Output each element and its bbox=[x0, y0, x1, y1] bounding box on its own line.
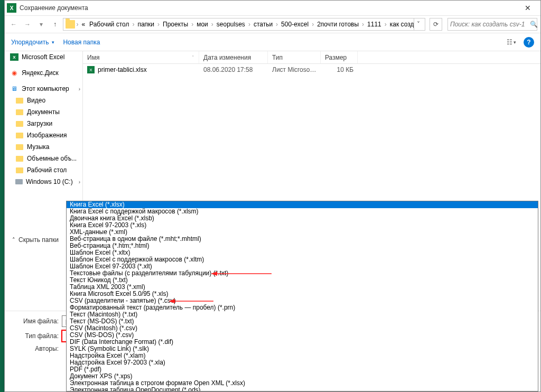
col-name[interactable]: Имя˄ bbox=[83, 51, 199, 63]
recent-button[interactable]: ▾ bbox=[35, 18, 47, 30]
back-button[interactable]: ← bbox=[8, 18, 20, 30]
view-mode-button[interactable]: ☷ bbox=[505, 36, 518, 48]
breadcrumb[interactable]: › « Рабочий стол›папки›Проекты›мои›seopu… bbox=[63, 18, 425, 31]
fold-icon bbox=[15, 166, 24, 174]
file-size: 10 КБ bbox=[321, 66, 358, 73]
excel-icon: X bbox=[10, 53, 18, 61]
expand-icon[interactable]: › bbox=[79, 179, 80, 185]
chevron-right-icon: › bbox=[210, 21, 214, 28]
excel-app-icon: X bbox=[7, 3, 16, 13]
filetype-option[interactable]: Надстройка Excel 97-2003 (*.xla) bbox=[67, 359, 538, 366]
sidebar-item-label: Видео bbox=[27, 97, 45, 104]
sidebar-item-label: Windows 10 (C:) bbox=[26, 178, 73, 185]
hide-folders-button[interactable]: Скрыть папки bbox=[12, 236, 59, 244]
chevron-right-icon: › bbox=[190, 21, 194, 28]
forward-button[interactable]: → bbox=[22, 18, 33, 30]
folder-icon bbox=[66, 20, 75, 29]
chevron-right-icon: › bbox=[384, 21, 388, 28]
close-button[interactable]: ✕ bbox=[517, 1, 538, 15]
col-date[interactable]: Дата изменения bbox=[199, 51, 268, 63]
help-button[interactable]: ? bbox=[524, 37, 534, 48]
column-headers: Имя˄ Дата изменения Тип Размер bbox=[83, 51, 540, 64]
fold-icon bbox=[15, 132, 24, 139]
filetype-option[interactable]: Веб-страница (*.htm;*.html) bbox=[67, 242, 538, 249]
sidebar-item[interactable]: Объемные объ... bbox=[5, 153, 82, 164]
drive-icon bbox=[15, 179, 23, 184]
sidebar-item[interactable]: Загрузки bbox=[5, 118, 82, 129]
fold-icon bbox=[15, 108, 24, 116]
breadcrumb-segment[interactable]: 500-excel bbox=[279, 21, 311, 28]
filetype-dropdown[interactable]: Книга Excel (*.xlsx)Книга Excel с поддер… bbox=[66, 201, 538, 391]
search-icon: 🔍 bbox=[530, 21, 538, 28]
sidebar-item[interactable]: XMicrosoft Excel bbox=[5, 51, 82, 63]
file-name: primer-tablici.xlsx bbox=[98, 66, 147, 73]
chevron-right-icon: › bbox=[156, 21, 161, 28]
sidebar-item-label: Загрузки bbox=[27, 120, 52, 127]
filetype-option[interactable]: Текст (Macintosh) (*.txt) bbox=[67, 311, 538, 318]
expand-icon[interactable]: › bbox=[79, 86, 80, 92]
chevron-right-icon: › bbox=[275, 21, 279, 28]
fold-icon bbox=[15, 97, 24, 104]
sidebar-item[interactable]: Музыка bbox=[5, 141, 82, 153]
sidebar-item[interactable]: Видео bbox=[5, 95, 82, 106]
chevron-right-icon: › bbox=[247, 21, 251, 28]
sidebar-item-label: Этот компьютер bbox=[22, 85, 69, 92]
window-title: Сохранение документа bbox=[20, 4, 517, 12]
save-dialog: X Сохранение документа ✕ ← → ▾ ↑ › « Раб… bbox=[4, 0, 541, 392]
xlsx-icon: X bbox=[87, 66, 95, 73]
breadcrumb-segment[interactable]: как создать csv-1 bbox=[388, 21, 414, 28]
col-type[interactable]: Тип bbox=[268, 51, 321, 63]
sidebar-item-label: Яндекс.Диск bbox=[22, 69, 59, 77]
breadcrumb-segment[interactable]: seopulses bbox=[214, 21, 247, 28]
breadcrumb-segment[interactable]: мои bbox=[194, 21, 210, 28]
new-folder-button[interactable]: Новая папка bbox=[63, 39, 100, 46]
chevron-right-icon: › bbox=[361, 21, 365, 28]
filetype-option[interactable]: Электронная таблица OpenDocument (*.ods) bbox=[67, 387, 538, 391]
sidebar-item[interactable]: ◉Яндекс.Диск bbox=[5, 67, 82, 79]
col-size[interactable]: Размер bbox=[321, 51, 358, 63]
breadcrumb-overflow[interactable]: « bbox=[79, 21, 87, 28]
pc-icon: 🖥 bbox=[10, 85, 18, 92]
file-type: Лист Microsoft Ex... bbox=[268, 66, 321, 73]
fold-icon bbox=[15, 120, 24, 127]
titlebar: X Сохранение документа ✕ bbox=[5, 1, 540, 15]
up-button[interactable]: ↑ bbox=[49, 18, 61, 30]
breadcrumb-segment[interactable]: 1111 bbox=[365, 21, 384, 28]
filetype-option[interactable]: Книга Excel 97-2003 (*.xls) bbox=[67, 222, 538, 229]
sidebar-item[interactable]: Windows 10 (C:)› bbox=[5, 176, 82, 188]
toolbar: Упорядочить Новая папка ☷ ? bbox=[5, 33, 540, 51]
sidebar-item-label: Изображения bbox=[27, 132, 67, 139]
breadcrumb-segment[interactable]: 2почти готовы bbox=[315, 21, 361, 28]
filetype-option[interactable]: CSV (Macintosh) (*.csv) bbox=[67, 325, 538, 332]
file-date: 08.06.2020 17:58 bbox=[199, 66, 268, 73]
filetype-option[interactable]: Текстовые файлы (с разделителями табуляц… bbox=[67, 270, 538, 277]
chevron-right-icon: › bbox=[131, 21, 135, 28]
breadcrumb-segment[interactable]: статьи bbox=[251, 21, 275, 28]
search-input[interactable] bbox=[450, 21, 530, 28]
chevron-right-icon: › bbox=[75, 21, 79, 28]
sidebar-item-label: Документы bbox=[27, 108, 60, 116]
sidebar-item-label: Рабочий стол bbox=[27, 166, 67, 174]
fold-icon bbox=[15, 155, 24, 162]
chevron-right-icon: › bbox=[311, 21, 315, 28]
sidebar-item[interactable]: Рабочий стол bbox=[5, 164, 82, 176]
sidebar-item-label: Microsoft Excel bbox=[22, 53, 64, 61]
breadcrumb-segment[interactable]: папки bbox=[135, 21, 156, 28]
search-box[interactable]: 🔍 bbox=[447, 18, 537, 31]
file-row[interactable]: Xprimer-tablici.xlsx08.06.2020 17:58Лист… bbox=[83, 64, 540, 76]
breadcrumb-segment[interactable]: Рабочий стол bbox=[87, 21, 131, 28]
sidebar-item[interactable]: Изображения bbox=[5, 129, 82, 141]
refresh-button[interactable]: ⟳ bbox=[430, 18, 442, 31]
breadcrumb-dropdown[interactable]: ˅ bbox=[414, 18, 423, 30]
sidebar-item[interactable]: Документы bbox=[5, 106, 82, 118]
filetype-option[interactable]: PDF (*.pdf) bbox=[67, 366, 538, 373]
fold-icon bbox=[15, 143, 24, 151]
organize-button[interactable]: Упорядочить bbox=[11, 39, 54, 46]
sidebar-item[interactable]: 🖥Этот компьютер› bbox=[5, 83, 82, 95]
sidebar-item-label: Объемные объ... bbox=[27, 155, 77, 162]
filetype-label: Тип файла: bbox=[5, 332, 62, 340]
yadisk-icon: ◉ bbox=[10, 69, 18, 77]
sidebar-item-label: Музыка bbox=[27, 143, 49, 151]
nav-bar: ← → ▾ ↑ › « Рабочий стол›папки›Проекты›м… bbox=[5, 15, 540, 33]
breadcrumb-segment[interactable]: Проекты bbox=[161, 21, 190, 28]
